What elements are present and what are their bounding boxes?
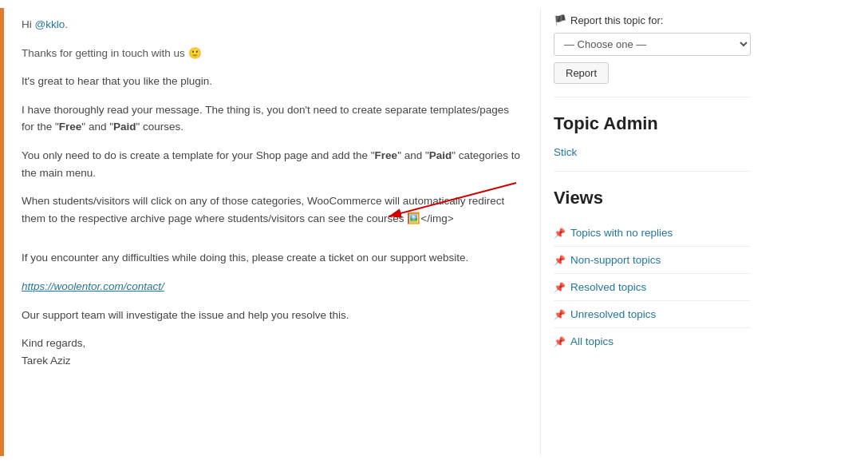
stick-link[interactable]: Stick — [554, 146, 577, 158]
free-bold: Free — [375, 149, 398, 161]
greeting-text: Hi — [22, 18, 35, 30]
views-list: 📌 Topics with no replies 📌 Non-support t… — [554, 220, 751, 355]
all-topics-link[interactable]: All topics — [570, 335, 614, 347]
non-support-topics-link[interactable]: Non-support topics — [570, 254, 661, 266]
support-paragraph: Our support team will investigate the is… — [22, 307, 524, 324]
topic-admin-title: Topic Admin — [554, 113, 751, 134]
contact-link-paragraph: https://woolentor.com/contact/ — [22, 278, 524, 295]
views-title: Views — [554, 188, 751, 208]
paid-text: Paid — [113, 121, 136, 133]
report-select[interactable]: — Choose one — — [554, 33, 751, 56]
contact-link[interactable]: https://woolentor.com/contact/ — [22, 280, 164, 292]
report-button[interactable]: Report — [554, 62, 609, 84]
list-item: 📌 Topics with no replies — [554, 220, 751, 247]
greeting-end: . — [65, 18, 68, 30]
unresolved-topics-link[interactable]: Unresolved topics — [570, 308, 656, 320]
report-title: 🏴 Report this topic for: — [554, 14, 751, 26]
username-link[interactable]: @kklo — [35, 18, 65, 30]
views-section: Views 📌 Topics with no replies 📌 Non-sup… — [554, 188, 751, 355]
svg-line-1 — [389, 183, 516, 216]
paid-bold: Paid — [429, 149, 452, 161]
free-text: Free — [59, 121, 82, 133]
main-content: Hi @kklo. Thanks for getting in touch wi… — [14, 8, 540, 456]
list-item: 📌 All topics — [554, 328, 751, 355]
list-item: 📌 Resolved topics — [554, 274, 751, 301]
greeting-paragraph: Hi @kklo. — [22, 16, 524, 34]
topic-admin-section: Topic Admin Stick — [554, 113, 751, 172]
pin-icon-5: 📌 — [554, 336, 566, 347]
pin-icon-3: 📌 — [554, 282, 566, 293]
sidebar: 🏴 Report this topic for: — Choose one — … — [540, 8, 763, 456]
arrow-container: When students/visitors will click on any… — [22, 192, 524, 238]
orange-accent-bar — [0, 8, 4, 456]
list-item: 📌 Unresolved topics — [554, 301, 751, 328]
pin-icon-2: 📌 — [554, 255, 566, 266]
resolved-topics-link[interactable]: Resolved topics — [570, 281, 646, 293]
topics-no-replies-link[interactable]: Topics with no replies — [570, 227, 673, 239]
closing: Kind regards, Tarek Aziz — [22, 335, 524, 369]
report-section: 🏴 Report this topic for: — Choose one — … — [554, 14, 751, 97]
list-item: 📌 Non-support topics — [554, 247, 751, 274]
plugin-paragraph: It's great to hear that you like the plu… — [22, 73, 524, 90]
red-arrow-annotation — [325, 176, 532, 224]
quote-paragraph: I have thoroughly read your message. The… — [22, 101, 524, 136]
pin-icon-4: 📌 — [554, 309, 566, 320]
pin-icon-1: 📌 — [554, 228, 566, 239]
thanks-paragraph: Thanks for getting in touch with us 🙂 — [22, 45, 524, 62]
ticket-paragraph: If you encounter any difficulties while … — [22, 249, 524, 267]
flag-icon: 🏴 — [554, 14, 566, 26]
